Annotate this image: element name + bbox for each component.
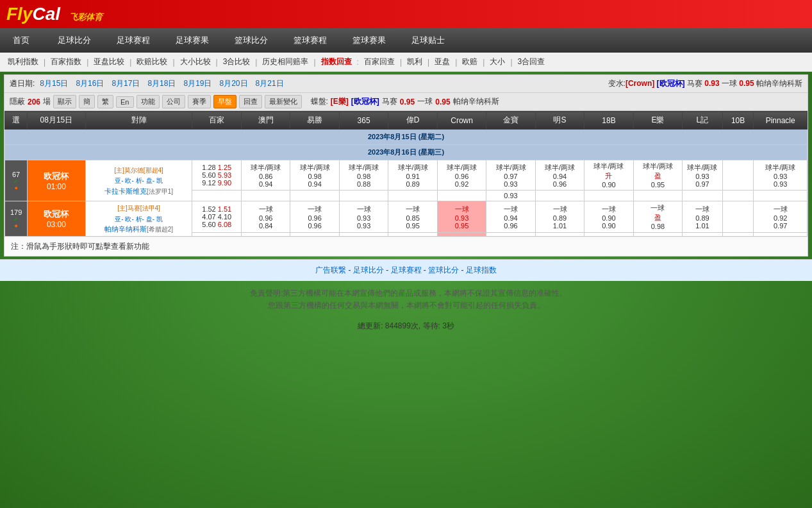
mings-179: 一球 0.89 1.01 xyxy=(535,201,584,233)
company-btn[interactable]: 公司 xyxy=(162,95,185,108)
season-btn[interactable]: 賽季 xyxy=(188,95,211,108)
nav-soccer-tips[interactable]: 足球贴士 xyxy=(399,28,458,53)
bj-line3: 9.12 9.90 xyxy=(194,179,238,187)
nav-soccer-score[interactable]: 足球比分 xyxy=(45,28,104,53)
function-btn[interactable]: 功能 xyxy=(137,95,160,108)
match-time-179: 03:00 xyxy=(29,220,83,229)
team-links-text[interactable]: 亚- 欧- 析- 盘- 凯 xyxy=(115,177,162,184)
lji-handicap: 球半/两球 xyxy=(684,163,720,173)
th-10b: 10B xyxy=(722,112,754,130)
365-179-val2: 0.93 xyxy=(342,222,386,230)
subnav-asia2[interactable]: 亚盘 xyxy=(432,55,452,69)
subnav-three-query[interactable]: 3合回查 xyxy=(515,55,548,69)
ele-val1: 盈 xyxy=(636,171,680,181)
nav-soccer-schedule[interactable]: 足球赛程 xyxy=(104,28,163,53)
pinnacle-179-val2: 0.97 xyxy=(756,222,805,230)
simple-btn[interactable]: 簡 xyxy=(79,95,95,108)
nav-basketball-result[interactable]: 篮球赛果 xyxy=(340,28,399,53)
query-btn[interactable]: 回查 xyxy=(239,95,262,108)
yisheng-val1: 0.98 xyxy=(292,173,336,180)
10b-67 xyxy=(722,160,754,190)
latest-btn[interactable]: 最新變化 xyxy=(265,95,302,108)
date-aug15[interactable]: 8月15日 xyxy=(37,78,70,90)
weid-179-extra xyxy=(388,233,437,236)
mings-val1: 0.94 xyxy=(538,173,582,180)
nav-basketball-schedule[interactable]: 篮球赛程 xyxy=(281,28,340,53)
footer-soccer-schedule[interactable]: 足球赛程 xyxy=(391,266,422,275)
date-aug18[interactable]: 8月18日 xyxy=(145,78,178,90)
jinbao-val1: 0.97 xyxy=(488,173,533,180)
footer-basketball[interactable]: 篮球比分 xyxy=(428,266,459,275)
lji-179-val1: 0.89 xyxy=(684,214,720,222)
subnav-hundred[interactable]: 百家指数 xyxy=(48,55,84,69)
subnav-kelly2[interactable]: 凯利 xyxy=(404,55,425,69)
18b-179-val2: 0.90 xyxy=(586,222,631,230)
18b-179-val1: 0.90 xyxy=(586,214,631,222)
th-pinnacle: Pinnacle xyxy=(754,112,808,130)
pinnacle-val2: 0.93 xyxy=(756,180,805,188)
date-aug19[interactable]: 8月19日 xyxy=(181,78,214,90)
th-match: 對陣 xyxy=(85,112,192,130)
footer-soccer-score[interactable]: 足球比分 xyxy=(353,266,384,275)
nav-soccer-result[interactable]: 足球赛果 xyxy=(163,28,222,53)
subnav-size[interactable]: 大小比较 xyxy=(178,55,213,69)
yisheng-val2: 0.94 xyxy=(292,180,336,188)
th-mings: 明S xyxy=(535,112,584,130)
hide-label: 隱蔽 xyxy=(10,96,25,107)
team-links-text-179[interactable]: 亚- 欧- 析- 盘- 凯 xyxy=(115,216,162,223)
pinnacle-179-val1: 0.92 xyxy=(756,214,805,222)
subnav-kelly[interactable]: 凯利指数 xyxy=(5,55,41,69)
logo: FlyCal 飞彩体育 xyxy=(6,4,103,24)
subnav-hundred-query[interactable]: 百家回查 xyxy=(361,55,397,69)
mings-179-extra xyxy=(535,233,584,236)
subnav-euro2[interactable]: 欧赔 xyxy=(460,55,480,69)
subnav-history[interactable]: 历史相同赔率 xyxy=(260,55,311,69)
date-header-aug15: 2023年8月15日 (星期二) xyxy=(5,130,808,145)
weid-179-val1: 0.85 xyxy=(390,214,435,222)
18b-179-extra xyxy=(584,233,633,236)
date-aug17[interactable]: 8月17日 xyxy=(109,78,142,90)
lji-179-extra xyxy=(683,233,723,236)
trad-btn[interactable]: 繁 xyxy=(97,95,113,108)
date-bar-left: 遴日期: 8月15日 8月16日 8月17日 8月18日 8月19日 8月20日… xyxy=(10,78,286,90)
en-btn[interactable]: En xyxy=(116,96,133,108)
subnav-asia[interactable]: 亚盘比较 xyxy=(91,55,127,69)
365-179: 一球 0.93 0.93 xyxy=(339,201,388,233)
disclaimer: 免責聲明:第三方機構可能在本網宣傳他們的産品或服務，本網將不保證其宣傳信息的准確… xyxy=(0,281,812,318)
subnav-euro[interactable]: 欧赔比较 xyxy=(134,55,170,69)
note-text: 注：滑鼠為手形狀時即可點擊查看新功能 xyxy=(11,242,149,251)
365-67-extra xyxy=(339,190,388,201)
nav-home[interactable]: 首页 xyxy=(0,28,42,53)
365-67: 球半/两球 0.98 0.88 xyxy=(339,160,388,190)
macau-179-handicap: 一球 xyxy=(244,205,288,214)
ele-label: [E樂] xyxy=(331,96,349,107)
footer-adlink[interactable]: 广告联繋 xyxy=(315,266,346,275)
early-btn[interactable]: 早盤 xyxy=(213,95,236,108)
match-teams-179: [主]马赛[法甲4] 亚- 欧- 析- 盘- 凯 帕纳辛纳科斯[希腊超2] xyxy=(85,201,192,237)
th-date: 08月15日 xyxy=(28,112,85,130)
show-btn[interactable]: 顯示 xyxy=(53,95,76,108)
jinbao-val2: 0.93 xyxy=(488,180,533,188)
subnav-three[interactable]: 3合比较 xyxy=(220,55,253,69)
subnav-index-query[interactable]: 指数回查 xyxy=(319,55,354,69)
ball-icon: ● xyxy=(7,185,25,191)
mings-179-val2: 1.01 xyxy=(538,222,582,230)
365-handicap: 球半/两球 xyxy=(342,163,386,173)
subnav-size2[interactable]: 大小 xyxy=(487,55,508,69)
date-aug16[interactable]: 8月16日 xyxy=(73,78,106,90)
ele-179-extra xyxy=(633,233,682,236)
date-header-aug16: 2023年8月16日 (星期三) xyxy=(5,145,808,160)
mings-67: 球半/两球 0.94 0.96 xyxy=(535,160,584,190)
date-aug20[interactable]: 8月20日 xyxy=(217,78,251,90)
lji-67: 球半/两球 0.93 0.97 xyxy=(683,160,723,190)
footer-soccer-index[interactable]: 足球指数 xyxy=(466,266,497,275)
odds-table: 選 08月15日 對陣 百家 澳門 易勝 365 偉D Crown 金寶 明S … xyxy=(4,111,808,237)
match-teams-67: [主]莫尔德[那超4] 亚- 欧- 析- 盘- 凯 卡拉卡斯维克[法罗甲1] xyxy=(85,160,192,201)
pinnacle-handicap: 球半/两球 xyxy=(756,163,805,173)
cup-label: [欧冠杯] xyxy=(657,79,685,88)
team-links: 亚- 欧- 析- 盘- 凯 xyxy=(88,175,190,186)
nav-basketball-score[interactable]: 篮球比分 xyxy=(222,28,281,53)
date-aug21[interactable]: 8月21日 xyxy=(253,78,286,90)
macau-handicap: 球半/两球 xyxy=(244,163,288,173)
ele-67: 球半/两球 盈 0.95 xyxy=(633,160,682,190)
